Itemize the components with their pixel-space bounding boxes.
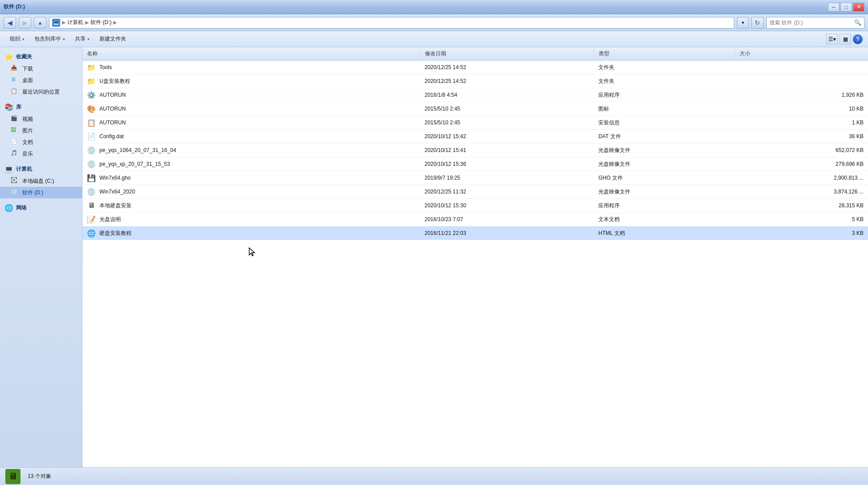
file-name: pe_yqs_1064_20_07_31_16_04 (99, 147, 176, 153)
file-area[interactable]: 名称 修改日期 类型 大小 📁 Tools 2020/12/25 14:52 文… (82, 47, 868, 467)
file-modified: 2015/5/10 2:45 (420, 116, 594, 130)
table-row[interactable]: 💿 pe_yqs_1064_20_07_31_16_04 2020/10/12 … (82, 144, 868, 157)
table-row[interactable]: 📁 Tools 2020/12/25 14:52 文件夹 (82, 61, 868, 74)
status-app-icon: 🖥 (5, 469, 21, 484)
file-name: Tools (99, 64, 112, 70)
table-row[interactable]: 🎨 AUTORUN 2015/5/10 2:45 图标 10 KB (82, 102, 868, 116)
sidebar-item-desktop[interactable]: 🖥 桌面 (0, 74, 82, 86)
file-name-cell: 📋 AUTORUN (82, 116, 420, 130)
computer-header: 💻 计算机 (0, 163, 82, 175)
search-icon[interactable]: 🔍 (854, 19, 861, 26)
file-modified: 2016/10/23 7:07 (420, 213, 594, 226)
file-size (735, 74, 868, 88)
include-library-button[interactable]: 包含到库中 ▾ (30, 33, 70, 45)
address-dropdown[interactable]: ▾ (737, 17, 749, 29)
search-input[interactable] (769, 20, 852, 26)
file-icon: 🎨 (87, 104, 96, 113)
view-options-button[interactable]: ☰▾ (826, 34, 838, 45)
file-name-cell: 🌐 硬盘安装教程 (82, 226, 420, 240)
file-modified: 2020/10/12 15:30 (420, 199, 594, 213)
up-button[interactable]: ▲ (34, 17, 46, 29)
music-icon: 🎵 (11, 150, 19, 158)
file-modified: 2015/5/10 2:45 (420, 102, 594, 116)
file-name: Config.dat (99, 133, 124, 140)
table-row[interactable]: 📄 Config.dat 2020/10/12 15:42 DAT 文件 36 … (82, 130, 868, 144)
sidebar-item-music[interactable]: 🎵 音乐 (0, 148, 82, 160)
new-folder-button[interactable]: 新建文件夹 (95, 33, 131, 45)
breadcrumb-bar[interactable]: 💻 ▶ 计算机 ▶ 软件 (D:) ▶ (49, 17, 734, 29)
refresh-button[interactable]: ↻ (751, 17, 764, 29)
addressbar: ◀ ▶ ▲ 💻 ▶ 计算机 ▶ 软件 (D:) ▶ ▾ ↻ 🔍 (0, 14, 868, 31)
table-row[interactable]: 📋 AUTORUN 2015/5/10 2:45 安装信息 1 KB (82, 116, 868, 130)
maximize-button[interactable]: □ (840, 3, 852, 12)
sidebar-item-local-c[interactable]: 💽 本地磁盘 (C:) (0, 175, 82, 187)
network-icon: 🌐 (4, 204, 13, 212)
minimize-button[interactable]: ─ (828, 3, 839, 12)
sidebar-item-video[interactable]: 🎬 视频 (0, 113, 82, 125)
sidebar-item-software-d[interactable]: 💿 软件 (D:) (0, 187, 82, 198)
file-type: 图标 (594, 102, 735, 116)
file-size: 652,072 KB (735, 144, 868, 157)
table-row[interactable]: ⚙️ AUTORUN 2016/1/8 4:54 应用程序 1,926 KB (82, 88, 868, 102)
table-row[interactable]: 💿 pe_yqs_xp_20_07_31_15_53 2020/10/12 15… (82, 157, 868, 171)
file-modified: 2020/12/25 14:52 (420, 74, 594, 88)
column-type[interactable]: 类型 (594, 47, 735, 61)
close-button[interactable]: ✕ (853, 3, 864, 12)
sidebar-item-download[interactable]: 📥 下载 (0, 63, 82, 74)
document-icon: 📄 (11, 138, 19, 146)
file-type: 光盘映像文件 (594, 144, 735, 157)
column-headers: 名称 修改日期 类型 大小 (82, 47, 868, 61)
file-name-cell: 💿 pe_yqs_xp_20_07_31_15_53 (82, 157, 420, 171)
sidebar-item-image[interactable]: 🖼 图片 (0, 125, 82, 136)
forward-button[interactable]: ▶ (19, 17, 31, 29)
share-button[interactable]: 共享 ▾ (70, 33, 94, 45)
table-row[interactable]: 📁 U盘安装教程 2020/12/25 14:52 文件夹 (82, 74, 868, 88)
file-type: HTML 文档 (594, 226, 735, 240)
column-modified[interactable]: 修改日期 (420, 47, 594, 61)
sidebar-item-recent[interactable]: 📋 最近访问的位置 (0, 86, 82, 98)
file-name-cell: 💿 Win7x64_2020 (82, 185, 420, 199)
file-modified: 2016/11/21 22:03 (420, 226, 594, 240)
back-button[interactable]: ◀ (4, 17, 16, 29)
table-row[interactable]: 🖥 本地硬盘安装 2020/10/12 15:30 应用程序 28,315 KB (82, 199, 868, 213)
help-button[interactable]: ? (853, 34, 863, 44)
file-type: 应用程序 (594, 88, 735, 102)
main-layout: ⭐ 收藏夹 📥 下载 🖥 桌面 📋 最近访问的位置 📚 库 (0, 47, 868, 467)
file-type: GHO 文件 (594, 171, 735, 185)
file-size: 5 KB (735, 213, 868, 226)
file-icon: 💾 (87, 173, 96, 182)
computer-section: 💻 计算机 💽 本地磁盘 (C:) 💿 软件 (D:) (0, 163, 82, 198)
organize-button[interactable]: 组织 ▾ (5, 33, 29, 45)
search-bar[interactable]: 🔍 (766, 17, 864, 29)
preview-pane-button[interactable]: ▦ (839, 34, 851, 45)
breadcrumb-drive[interactable]: 软件 (D:) (91, 19, 111, 26)
table-row[interactable]: 💿 Win7x64_2020 2020/12/25 11:32 光盘映像文件 3… (82, 185, 868, 199)
desktop-icon: 🖥 (11, 76, 19, 84)
computer-icon: 💻 (52, 19, 60, 27)
table-row[interactable]: 🌐 硬盘安装教程 2016/11/21 22:03 HTML 文档 3 KB (82, 226, 868, 240)
column-name[interactable]: 名称 (82, 47, 420, 61)
statusbar: 🖥 13 个对象 (0, 467, 868, 485)
file-modified: 2020/10/12 15:41 (420, 144, 594, 157)
file-modified: 2016/1/8 4:54 (420, 88, 594, 102)
status-count: 13 个对象 (28, 473, 51, 480)
window-controls: ─ □ ✕ (828, 3, 864, 12)
star-icon: ⭐ (4, 53, 13, 61)
image-icon: 🖼 (11, 127, 19, 135)
file-icon: 📝 (87, 215, 96, 224)
breadcrumb-computer[interactable]: 计算机 (67, 19, 83, 26)
table-row[interactable]: 📝 光盘说明 2016/10/23 7:07 文本文档 5 KB (82, 213, 868, 226)
table-row[interactable]: 💾 Win7x64.gho 2019/9/7 19:25 GHO 文件 2,90… (82, 171, 868, 185)
file-type: 光盘映像文件 (594, 185, 735, 199)
file-icon: 🖥 (87, 201, 96, 210)
file-modified: 2020/10/12 15:36 (420, 157, 594, 171)
file-type: 应用程序 (594, 199, 735, 213)
local-c-icon: 💽 (11, 177, 19, 185)
file-modified: 2020/10/12 15:42 (420, 130, 594, 144)
network-section: 🌐 网络 (0, 202, 82, 214)
column-size[interactable]: 大小 (735, 47, 868, 61)
sidebar-item-document[interactable]: 📄 文档 (0, 136, 82, 148)
file-modified: 2019/9/7 19:25 (420, 171, 594, 185)
file-table: 名称 修改日期 类型 大小 📁 Tools 2020/12/25 14:52 文… (82, 47, 868, 240)
file-icon: 💿 (87, 187, 96, 196)
